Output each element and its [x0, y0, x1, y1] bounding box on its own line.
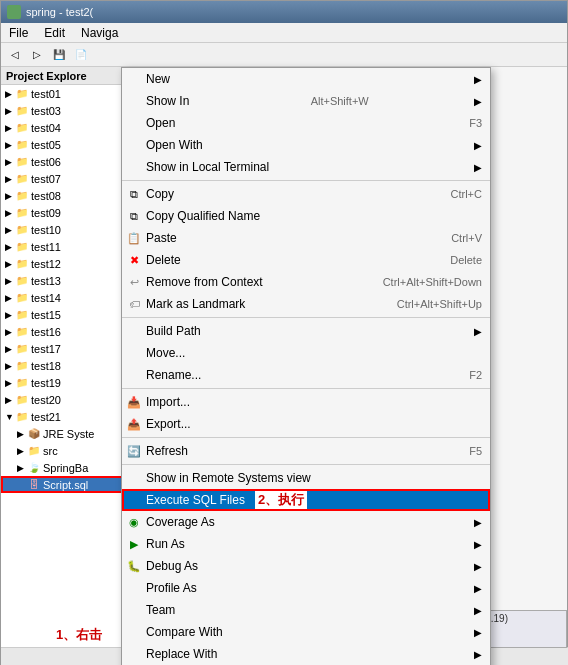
menu-item-run-as[interactable]: ▶ Run As ▶	[122, 533, 490, 555]
tree-item-test05[interactable]: ▶ 📁 test05	[1, 136, 130, 153]
tree-arrow: ▶	[17, 463, 27, 473]
menu-item-execute-sql[interactable]: Execute SQL Files 2、执行	[122, 489, 490, 511]
menu-item-delete[interactable]: ✖ Delete Delete	[122, 249, 490, 271]
folder-icon: 📁	[15, 410, 29, 424]
tree-item-test12[interactable]: ▶ 📁 test12	[1, 255, 130, 272]
tree-item-test14[interactable]: ▶ 📁 test14	[1, 289, 130, 306]
menu-item-show-local[interactable]: Show in Local Terminal ▶	[122, 156, 490, 178]
submenu-arrow-show-in: ▶	[470, 96, 482, 107]
menu-item-open[interactable]: Open F3	[122, 112, 490, 134]
folder-icon: 📁	[15, 359, 29, 373]
compare-label: Compare With	[146, 625, 223, 639]
delete-label: Delete	[146, 253, 181, 267]
menu-item-show-in[interactable]: Show In Alt+Shift+W ▶	[122, 90, 490, 112]
tree-item-test18[interactable]: ▶ 📁 test18	[1, 357, 130, 374]
refresh-label: Refresh	[146, 444, 188, 458]
copy-label: Copy	[146, 187, 174, 201]
tree-item-test01[interactable]: ▶ 📁 test01	[1, 85, 130, 102]
tree-arrow: ▶	[5, 225, 15, 235]
open-with-label: Open With	[146, 138, 203, 152]
menu-item-paste[interactable]: 📋 Paste Ctrl+V	[122, 227, 490, 249]
tree-arrow: ▶	[5, 208, 15, 218]
export-icon: 📤	[127, 417, 141, 431]
refresh-icon: 🔄	[127, 444, 141, 458]
tree-item-src[interactable]: ▶ 📁 src	[1, 442, 130, 459]
coverage-label: Coverage As	[146, 515, 215, 529]
tree-item-test16[interactable]: ▶ 📁 test16	[1, 323, 130, 340]
tree-arrow: ▶	[5, 157, 15, 167]
menu-item-import[interactable]: 📥 Import...	[122, 391, 490, 413]
submenu-arrow-compare: ▶	[454, 627, 482, 638]
tree-arrow: ▶	[5, 293, 15, 303]
tree-arrow: ▶	[5, 242, 15, 252]
tree-item-test15[interactable]: ▶ 📁 test15	[1, 306, 130, 323]
tree-arrow: ▶	[5, 327, 15, 337]
menu-item-mark-landmark[interactable]: 🏷 Mark as Landmark Ctrl+Alt+Shift+Up	[122, 293, 490, 315]
tree-arrow: ▶	[5, 259, 15, 269]
tree-item-test06[interactable]: ▶ 📁 test06	[1, 153, 130, 170]
menu-item-refresh[interactable]: 🔄 Refresh F5	[122, 440, 490, 462]
tree-item-test07[interactable]: ▶ 📁 test07	[1, 170, 130, 187]
tree-item-test11[interactable]: ▶ 📁 test11	[1, 238, 130, 255]
delete-shortcut: Delete	[430, 254, 482, 266]
menu-item-team[interactable]: Team ▶	[122, 599, 490, 621]
menu-item-coverage[interactable]: ◉ Coverage As ▶	[122, 511, 490, 533]
tree-item-test20[interactable]: ▶ 📁 test20	[1, 391, 130, 408]
tree-item-test21[interactable]: ▼ 📁 test21	[1, 408, 130, 425]
remove-shortcut: Ctrl+Alt+Shift+Down	[363, 276, 482, 288]
menu-item-remove-context[interactable]: ↩ Remove from Context Ctrl+Alt+Shift+Dow…	[122, 271, 490, 293]
toolbar-save[interactable]: 💾	[49, 45, 69, 65]
folder-icon: 📁	[15, 291, 29, 305]
tree-arrow: ▶	[5, 89, 15, 99]
copy-qualified-label: Copy Qualified Name	[146, 209, 260, 223]
menu-item-new[interactable]: New ▶	[122, 68, 490, 90]
tree-item-test19[interactable]: ▶ 📁 test19	[1, 374, 130, 391]
tree-arrow: ▶	[5, 140, 15, 150]
tree-item-test03[interactable]: ▶ 📁 test03	[1, 102, 130, 119]
mark-icon: 🏷	[127, 297, 141, 311]
menu-item-copy-qualified[interactable]: ⧉ Copy Qualified Name	[122, 205, 490, 227]
tree-item-test09[interactable]: ▶ 📁 test09	[1, 204, 130, 221]
toolbar-back[interactable]: ◁	[5, 45, 25, 65]
menu-item-build-path[interactable]: Build Path ▶	[122, 320, 490, 342]
replace-label: Replace With	[146, 647, 217, 661]
menu-item-rename[interactable]: Rename... F2	[122, 364, 490, 386]
tree-arrow: ▶	[17, 446, 27, 456]
tree-item-test13[interactable]: ▶ 📁 test13	[1, 272, 130, 289]
import-icon: 📥	[127, 395, 141, 409]
folder-icon: 📁	[15, 189, 29, 203]
menu-item-replace[interactable]: Replace With ▶	[122, 643, 490, 665]
title-bar: spring - test2(	[1, 1, 567, 23]
menu-item-copy[interactable]: ⧉ Copy Ctrl+C	[122, 183, 490, 205]
menu-item-move[interactable]: Move...	[122, 342, 490, 364]
menu-item-debug-as[interactable]: 🐛 Debug As ▶	[122, 555, 490, 577]
menu-item-profile-as[interactable]: Profile As ▶	[122, 577, 490, 599]
tree-arrow: ▶	[5, 174, 15, 184]
toolbar-forward[interactable]: ▷	[27, 45, 47, 65]
run-icon: ▶	[127, 537, 141, 551]
folder-icon: 📁	[15, 257, 29, 271]
folder-icon: 📁	[15, 87, 29, 101]
separator-2	[122, 317, 490, 318]
tree-item-test10[interactable]: ▶ 📁 test10	[1, 221, 130, 238]
menu-item-export[interactable]: 📤 Export...	[122, 413, 490, 435]
menu-edit[interactable]: Edit	[40, 25, 69, 41]
toolbar-new[interactable]: 📄	[71, 45, 91, 65]
paste-label: Paste	[146, 231, 177, 245]
menu-file[interactable]: File	[5, 25, 32, 41]
tree-item-jre[interactable]: ▶ 📦 JRE Syste	[1, 425, 130, 442]
tree-item-springba[interactable]: ▶ 🍃 SpringBa	[1, 459, 130, 476]
tree-item-test08[interactable]: ▶ 📁 test08	[1, 187, 130, 204]
menu-navigate[interactable]: Naviga	[77, 25, 122, 41]
tree-item-scriptsql[interactable]: 🗄 Script.sql	[1, 476, 130, 493]
menu-item-compare[interactable]: Compare With ▶	[122, 621, 490, 643]
menu-item-open-with[interactable]: Open With ▶	[122, 134, 490, 156]
tree-item-test17[interactable]: ▶ 📁 test17	[1, 340, 130, 357]
execute-annotation: 2、执行	[255, 491, 307, 509]
submenu-arrow-open-with: ▶	[454, 140, 482, 151]
folder-icon: 📁	[27, 444, 41, 458]
tree-arrow: ▶	[17, 429, 27, 439]
menu-item-show-remote[interactable]: Show in Remote Systems view	[122, 467, 490, 489]
remove-context-label: Remove from Context	[146, 275, 263, 289]
tree-item-test04[interactable]: ▶ 📁 test04	[1, 119, 130, 136]
